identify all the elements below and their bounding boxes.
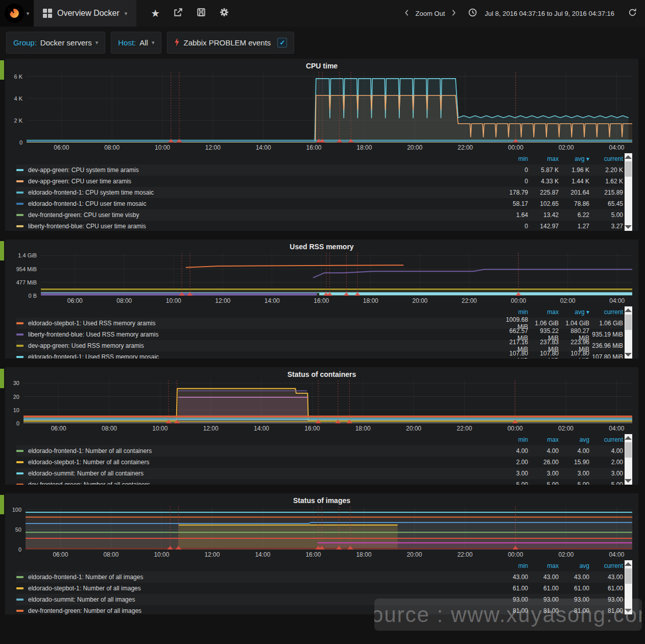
dashboard-submenu: Group: Docker servers ▾ Host: All ▾ Zabb… — [0, 27, 645, 59]
legend-series-label[interactable]: dev-frontend-green: CPU user time visby — [16, 211, 497, 219]
legend-sort-avg[interactable]: avg — [559, 562, 589, 569]
legend-table: minmaxavgcurrenteldorado-frontend-1: Num… — [16, 560, 632, 614]
legend-series-label[interactable]: eldorado-summit: Number of all images — [16, 596, 497, 603]
legend-value-avg: 5.00 — [559, 481, 589, 485]
host-variable-dropdown[interactable]: Host: All ▾ — [111, 32, 161, 54]
share-button[interactable] — [174, 8, 183, 19]
legend-sort-current[interactable]: current — [589, 155, 623, 162]
series-color-swatch — [16, 169, 23, 171]
legend-value-avg: 4.00 — [559, 447, 589, 455]
legend-series-label[interactable]: eldorado-frontend-1: Number of all image… — [16, 574, 497, 581]
x-axis: 06:0008:0010:0012:0014:0016:0018:0020:00… — [27, 142, 632, 153]
legend-scrollbar[interactable] — [625, 434, 632, 485]
legend-series-label[interactable]: eldorado-frontend-1: Used RSS memory mos… — [16, 353, 497, 359]
legend-sort-max[interactable]: max — [528, 436, 559, 443]
legend-series-label[interactable]: dev-app-green: CPU user time aramis — [16, 178, 497, 185]
x-axis-label: 04:00 — [609, 144, 624, 151]
grafana-logo[interactable]: ▾ — [0, 0, 34, 27]
legend-series-label[interactable]: dev-frontend-green: Number of all contai… — [16, 481, 497, 485]
legend-sort-avg[interactable]: avg — [559, 436, 589, 443]
x-axis-label: 20:00 — [407, 144, 422, 151]
legend-sort-avg[interactable]: avg ▾ — [559, 155, 589, 162]
legend-scrollbar[interactable] — [625, 560, 632, 614]
legend-series-label[interactable]: eldorado-frontend-1: CPU user time mosai… — [16, 200, 497, 207]
legend-series-name: eldorado-summit: Number of all images — [28, 596, 135, 603]
legend-value-min: 0 — [497, 178, 528, 185]
legend-series-name: liberty-frontend-blue: Used RSS memory a… — [28, 331, 158, 338]
x-axis-label: 12:00 — [204, 551, 220, 558]
legend-series-name: eldorado-frontend-1: Used RSS memory mos… — [28, 353, 159, 359]
legend-scrollbar[interactable] — [625, 153, 632, 231]
legend-value-avg: 43.00 — [559, 574, 589, 581]
legend-series-label[interactable]: dev-frontend-green: Number of all images — [16, 607, 497, 614]
legend-scrollbar[interactable] — [625, 306, 632, 359]
legend-sort-current[interactable]: current — [589, 436, 623, 443]
row-toggle[interactable] — [0, 495, 4, 514]
x-axis-label: 14:00 — [265, 297, 280, 304]
legend-value-min: 4.00 — [497, 447, 528, 455]
legend-value-current: 107.80 MiB — [589, 353, 623, 359]
x-axis-label: 14:00 — [254, 425, 269, 432]
panel-cpu-time: CPU time02 K4 K6 K06:0008:0010:0012:0014… — [5, 59, 638, 231]
legend-series-label[interactable]: eldorado-frontend-1: CPU system time mos… — [16, 189, 497, 196]
legend-series-label[interactable]: eldorado-summit: Number of all container… — [16, 470, 497, 477]
x-axis-label: 02:00 — [560, 297, 576, 304]
panel-status-of-containers: Status of containers010203006:0008:0010:… — [5, 367, 638, 485]
zabbix-events-toggle[interactable]: Zabbix PROBLEM events ✓ — [167, 32, 294, 54]
legend-value-avg: 1.44 K — [559, 178, 589, 185]
panel-title[interactable]: Status of images — [5, 494, 638, 507]
star-favorite-button[interactable]: ★ — [151, 8, 160, 18]
time-back-button[interactable] — [404, 9, 409, 18]
row-toggle[interactable] — [0, 241, 4, 260]
legend-series-label[interactable]: dev-app-green: CPU system time aramis — [16, 166, 497, 174]
y-axis-label: 2 K — [14, 117, 22, 124]
x-axis-label: 18:00 — [363, 297, 378, 304]
zabbix-events-checkbox[interactable]: ✓ — [277, 38, 287, 47]
x-axis-label: 04:00 — [609, 425, 624, 432]
legend-sort-current[interactable]: current — [589, 308, 623, 316]
legend-value-max: 4.00 — [528, 447, 559, 455]
panel-title[interactable]: Used RSS memory — [5, 241, 638, 253]
settings-gear-button[interactable] — [220, 8, 229, 19]
row-toggle[interactable] — [0, 369, 4, 388]
legend-series-label[interactable]: eldorado-stepbot-1: Number of all contai… — [16, 459, 497, 466]
time-forward-button[interactable] — [451, 9, 457, 18]
legend-series-label[interactable]: eldorado-frontend-1: Number of all conta… — [16, 447, 497, 455]
row-toggle[interactable] — [0, 60, 4, 80]
panel-title[interactable]: Status of containers — [5, 368, 638, 380]
dashboard-title-dropdown[interactable]: Overview Docker ▾ — [34, 0, 136, 27]
legend-sort-avg[interactable]: avg ▾ — [559, 308, 589, 316]
x-axis-label: 06:00 — [67, 297, 83, 304]
x-axis-label: 16:00 — [314, 297, 329, 304]
legend-sort-max[interactable]: max — [528, 155, 559, 162]
legend-header-row: minmaxavg ▾current — [16, 153, 623, 164]
refresh-icon[interactable] — [628, 8, 637, 18]
x-axis-label: 22:00 — [462, 297, 477, 304]
legend-sort-current[interactable]: current — [589, 562, 623, 569]
group-variable-dropdown[interactable]: Group: Docker servers ▾ — [6, 32, 105, 54]
legend-series-label[interactable]: eldorado-stepbot-1: Used RSS memory aram… — [16, 320, 497, 327]
legend-row: eldorado-frontend-1: CPU user time mosai… — [16, 198, 623, 209]
legend-series-label[interactable]: liberty-frontend-blue: CPU user time ara… — [16, 223, 497, 230]
y-axis-label: 0 B — [28, 293, 37, 299]
legend-value-max: 107.80 MiB — [528, 350, 559, 359]
zoom-out-button[interactable]: Zoom Out — [414, 10, 447, 17]
legend-series-label[interactable]: eldorado-stepbot-1: Number of all images — [16, 585, 497, 592]
legend-value-avg: 15.90 — [559, 459, 589, 466]
series-color-swatch — [16, 225, 23, 227]
legend-series-label[interactable]: liberty-frontend-blue: Used RSS memory a… — [16, 331, 497, 338]
legend-sort-max[interactable]: max — [528, 562, 559, 569]
legend-sort-min[interactable]: min — [497, 562, 528, 569]
legend-row: eldorado-summit: Number of all container… — [16, 468, 623, 479]
panel-title[interactable]: CPU time — [5, 60, 638, 72]
time-range-picker[interactable]: Jul 8, 2016 04:37:16 to Jul 9, 2016 04:3… — [485, 10, 614, 17]
legend-header-row: minmaxavgcurrent — [16, 560, 623, 571]
legend-sort-min[interactable]: min — [497, 155, 528, 162]
legend-series-label[interactable]: dev-app-green: Used RSS memory aramis — [16, 342, 497, 349]
x-axis-label: 10:00 — [154, 551, 169, 558]
legend-sort-min[interactable]: min — [497, 436, 528, 443]
legend-sort-min[interactable]: min — [497, 308, 528, 316]
legend-sort-max[interactable]: max — [528, 308, 559, 316]
chart-area: 010203006:0008:0010:0012:0014:0016:0018:… — [5, 380, 638, 434]
save-button[interactable] — [197, 8, 206, 19]
